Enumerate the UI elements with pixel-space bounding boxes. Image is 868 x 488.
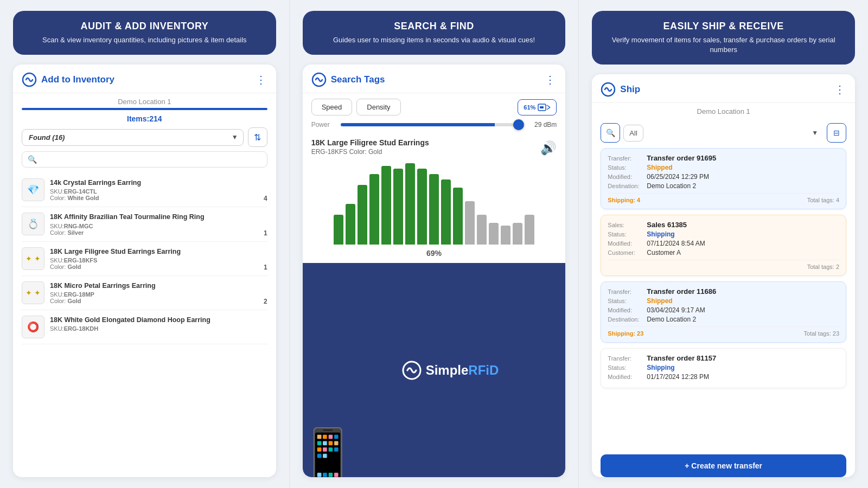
modified-label: Modified: <box>608 307 647 313</box>
wave-bar <box>429 174 439 245</box>
power-slider[interactable] <box>341 123 522 126</box>
filter-select[interactable]: All <box>623 125 643 142</box>
filter-dropdown-wrapper[interactable]: Found (16) ▼ <box>22 129 244 146</box>
search-row: 🔍 <box>13 151 276 173</box>
transfer-card-81157[interactable]: Transfer: Transfer order 81157 Status: S… <box>601 348 846 388</box>
item-sku: SKU:ERG-18MP <box>50 291 267 298</box>
destination-label: Destination: <box>608 183 647 189</box>
inventory-progress-bar <box>22 108 267 110</box>
svg-rect-5 <box>540 106 544 108</box>
transfer-order-row-4: Transfer: Transfer order 81157 <box>608 354 839 362</box>
found-item-name: 18K Large Filigree Stud Earrings <box>311 138 557 147</box>
inventory-list: 💎 14k Crystal Earrings Earring SKU:ERG-1… <box>13 173 276 477</box>
power-row: Power 29 dBm <box>303 121 566 134</box>
inventory-card-header: Add to Inventory ⋮ <box>13 65 276 93</box>
sales-modified: 07/11/2024 8:54 AM <box>647 240 705 247</box>
transfer-card-91695[interactable]: Transfer: Transfer order 91695 Status: S… <box>601 148 846 209</box>
simplerfid-logo-icon <box>22 72 37 87</box>
item-count: 1 <box>264 229 267 237</box>
item-details: 18K White Gold Elongated Diamond Hoop Ea… <box>50 316 267 332</box>
filter-search-button[interactable]: 🔍 <box>601 123 620 143</box>
item-name: 18K Micro Petal Earrings Earring <box>50 281 267 290</box>
item-sku: SKU:ERG-18KDH <box>50 325 267 332</box>
brand-logo-icon <box>402 361 422 380</box>
transfer-label: Transfer: <box>608 155 647 162</box>
sort-button[interactable]: ⇅ <box>248 127 267 147</box>
transfer-card-11686[interactable]: Transfer: Transfer order 11686 Status: S… <box>601 281 846 343</box>
customer-label: Customer: <box>608 249 647 256</box>
transfer-modified-3: 03/04/2024 9:17 AM <box>647 306 705 314</box>
right-column: EASILY SHIP & RECEIVE Verify movement of… <box>579 0 868 488</box>
right-hero-title: EASILY SHIP & RECEIVE <box>604 21 843 32</box>
ship-location: Demo Location 1 <box>592 103 855 118</box>
create-transfer-label: + Create new transfer <box>685 461 762 470</box>
inventory-item[interactable]: 💎 14k Crystal Earrings Earring SKU:ERG-1… <box>22 173 267 207</box>
wave-bar <box>489 223 499 245</box>
transfer-status-row-3: Status: Shipped <box>608 297 839 305</box>
inventory-item[interactable]: ⭕ 18K White Gold Elongated Diamond Hoop … <box>22 310 267 344</box>
inventory-search-input[interactable] <box>40 156 261 164</box>
item-name: 14k Crystal Earrings Earring <box>50 178 267 187</box>
wave-bar <box>477 215 487 245</box>
inventory-item[interactable]: ✦ ✦ 18K Micro Petal Earrings Earring SKU… <box>22 276 267 310</box>
brand-name: SimpleRFiD <box>426 363 499 378</box>
shipping-count-3: Shipping: 23 <box>608 330 643 337</box>
middle-column: SEARCH & FIND Guides user to missing ite… <box>289 0 579 488</box>
item-name: 18K Large Filigree Stud Earrings Earring <box>50 247 267 256</box>
ship-menu-button[interactable]: ⋮ <box>834 83 846 96</box>
sound-icon[interactable]: 🔊 <box>540 140 557 156</box>
transfer-modified-4: 01/17/2024 12:28 PM <box>647 373 709 381</box>
search-icon-right: 🔍 <box>606 129 615 137</box>
sales-customer: Customer A <box>647 249 681 256</box>
item-color: Color: White Gold <box>50 195 267 201</box>
search-input-wrap: 🔍 <box>22 151 267 168</box>
item-sku: SKU:ERG-18KFS <box>50 257 267 264</box>
transfer-card-sales-61385[interactable]: Sales: Sales 61385 Status: Shipping Modi… <box>601 215 846 276</box>
transfer-footer-3: Shipping: 23 Total tags: 23 <box>608 326 839 337</box>
found-item-sku: ERG-18KFS Color: Gold <box>311 148 557 156</box>
wave-bar <box>358 185 367 245</box>
transfer-status-4: Shipping <box>647 364 674 371</box>
create-transfer-button[interactable]: + Create new transfer <box>601 454 846 477</box>
item-name: 18K Affinity Brazilian Teal Tourmaline R… <box>50 213 267 221</box>
transfer-order-row: Transfer: Transfer order 91695 <box>608 154 839 162</box>
wave-bar <box>513 223 522 245</box>
sales-customer-row: Customer: Customer A <box>608 249 839 256</box>
item-color: Color: Silver <box>50 229 267 236</box>
item-thumbnail: ⭕ <box>22 316 44 338</box>
power-knob[interactable] <box>513 119 524 130</box>
filter-funnel-button[interactable]: ⊟ <box>827 123 846 143</box>
sales-status-row: Status: Shipping <box>608 230 839 238</box>
sort-icon: ⇅ <box>254 132 261 143</box>
search-tags-menu-button[interactable]: ⋮ <box>545 73 557 86</box>
middle-hero-banner: SEARCH & FIND Guides user to missing ite… <box>303 11 566 55</box>
transfer-status-row: Status: Shipped <box>608 164 839 171</box>
transfer-modified-row-4: Modified: 01/17/2024 12:28 PM <box>608 373 839 381</box>
sales-footer: Total tags: 2 <box>608 260 839 270</box>
item-details: 18K Large Filigree Stud Earrings Earring… <box>50 247 267 270</box>
inventory-item[interactable]: 💍 18K Affinity Brazilian Teal Tourmaline… <box>22 207 267 241</box>
search-tags-title: Search Tags <box>331 74 545 85</box>
wave-bar <box>501 226 510 245</box>
wave-bar <box>334 215 343 245</box>
svg-line-4 <box>547 107 550 110</box>
items-count-row: Items:214 <box>13 112 276 127</box>
total-tags: Total tags: 4 <box>807 197 839 203</box>
transfer-destination-row-3: Destination: Demo Location 2 <box>608 316 839 323</box>
transfer-destination: Demo Location 2 <box>647 182 696 190</box>
item-thumbnail: 💍 <box>22 213 44 235</box>
svg-line-3 <box>547 105 550 107</box>
rfid-icon-button[interactable]: 61% <box>518 99 557 115</box>
transfer-modified-row-3: Modified: 03/04/2024 9:17 AM <box>608 306 839 314</box>
item-details: 14k Crystal Earrings Earring SKU:ERG-14C… <box>50 178 267 201</box>
destination-label: Destination: <box>608 316 647 323</box>
filter-dropdown[interactable]: Found (16) <box>22 129 244 146</box>
inventory-item[interactable]: ✦ ✦ 18K Large Filigree Stud Earrings Ear… <box>22 242 267 276</box>
tab-speed[interactable]: Speed <box>311 99 353 115</box>
sales-total-tags: Total tags: 2 <box>807 264 839 270</box>
transfer-order-row-3: Transfer: Transfer order 11686 <box>608 287 839 296</box>
scanner-image: 📱 <box>303 426 358 477</box>
inventory-menu-button[interactable]: ⋮ <box>256 73 267 86</box>
wave-bar <box>393 169 403 245</box>
tab-density[interactable]: Density <box>356 99 400 115</box>
